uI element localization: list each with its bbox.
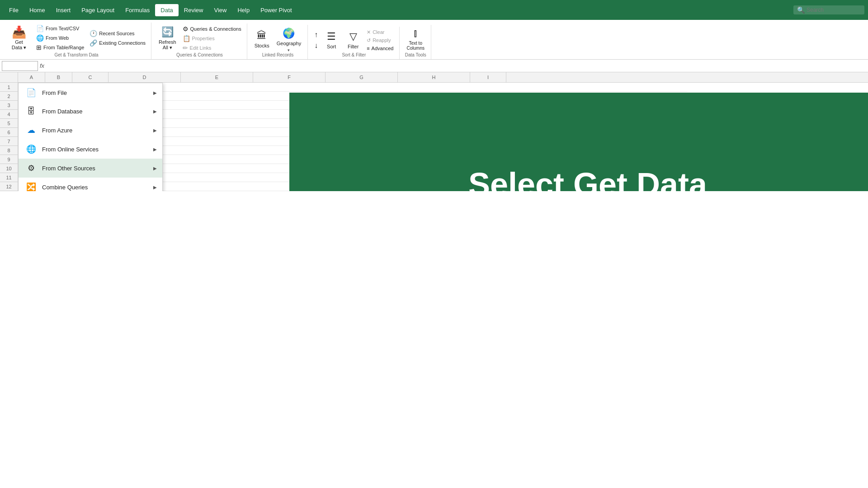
row-header-4[interactable]: 4 — [0, 110, 18, 119]
from-file-label: From File — [42, 89, 67, 96]
col-header-h[interactable]: H — [398, 72, 470, 82]
ribbon: 📥 Get Data ▾ 📄 From Text/CSV 🌐 From Web … — [0, 20, 868, 60]
from-azure-label: From Azure — [42, 127, 72, 134]
text-to-columns-icon: ⫿ — [413, 28, 418, 39]
text-csv-icon: 📄 — [36, 25, 44, 32]
properties-icon: 📋 — [183, 35, 190, 42]
queries-connections-button[interactable]: ⚙ Queries & Connections — [181, 24, 243, 33]
from-database-icon: 🗄 — [26, 107, 37, 116]
sort-za-icon: ↓ — [314, 42, 318, 50]
dropdown-from-other-sources[interactable]: ⚙ From Other Sources ▶ — [19, 159, 162, 178]
col-header-b[interactable]: B — [45, 72, 72, 82]
ribbon-group-linked: 🏛 Stocks 🌍 Geography ▾ Linked Records — [248, 25, 308, 59]
search-input[interactable] — [807, 7, 861, 13]
ribbon-group-data-tools: ⫿ Text toColumns Data Tools — [401, 25, 431, 59]
combine-queries-icon: 🔀 — [26, 182, 37, 191]
queries-label: Queries & Connections — [190, 26, 241, 32]
col-header-d[interactable]: D — [108, 72, 181, 82]
sort-button[interactable]: ☰ Sort — [321, 29, 341, 51]
ribbon-group-sort-filter: ↑ ↓ ☰ Sort ▽ Filter ✕ Clea — [309, 27, 399, 59]
edit-links-button[interactable]: ✏ Edit Links — [181, 43, 243, 52]
col-header-a[interactable]: A — [18, 72, 45, 82]
advanced-icon: ≡ — [367, 46, 369, 51]
from-text-csv-button[interactable]: 📄 From Text/CSV — [34, 24, 86, 33]
menu-data[interactable]: Data — [155, 4, 178, 16]
row-header-5[interactable]: 5 — [0, 119, 18, 128]
dropdown-from-azure[interactable]: ☁ From Azure ▶ — [19, 121, 162, 140]
dropdown-from-database[interactable]: 🗄 From Database ▶ — [19, 102, 162, 121]
reapply-icon: ↺ — [367, 38, 371, 43]
formula-bar: fx — [0, 60, 868, 72]
filter-label: Filter — [348, 44, 359, 49]
menu-view[interactable]: View — [208, 4, 232, 16]
from-online-services-label: From Online Services — [42, 146, 99, 153]
from-file-chevron: ▶ — [153, 90, 157, 95]
col-header-g[interactable]: G — [326, 72, 398, 82]
menu-formulas[interactable]: Formulas — [120, 4, 155, 16]
advanced-label: Advanced — [372, 46, 394, 51]
get-data-button[interactable]: 📥 Get Data ▾ — [5, 23, 33, 52]
queries-icon: ⚙ — [183, 25, 189, 33]
sort-az-button[interactable]: ↑ — [312, 30, 320, 40]
menu-insert[interactable]: Insert — [51, 4, 76, 16]
row-header-11[interactable]: 11 — [0, 173, 18, 182]
recent-label: Recent Sources — [99, 31, 134, 36]
menu-file[interactable]: File — [4, 4, 24, 16]
row-header-1[interactable]: 1 — [0, 83, 18, 92]
row-header-2[interactable]: 2 — [0, 92, 18, 101]
from-web-ribbon-button[interactable]: 🌐 From Web — [34, 33, 86, 42]
filter-button[interactable]: ▽ Filter — [343, 29, 363, 51]
menu-help[interactable]: Help — [232, 4, 255, 16]
menu-bar: File Home Insert Page Layout Formulas Da… — [0, 0, 868, 20]
combine-queries-label: Combine Queries — [42, 184, 88, 191]
row-header-3[interactable]: 3 — [0, 101, 18, 110]
dropdown-from-online-services[interactable]: 🌐 From Online Services ▶ — [19, 140, 162, 159]
reapply-button[interactable]: ↺ Reapply — [365, 37, 395, 44]
advanced-button[interactable]: ≡ Advanced — [365, 45, 395, 52]
queries-connections-label: Queries & Connections — [156, 52, 243, 58]
menu-power-pivot[interactable]: Power Pivot — [255, 4, 297, 16]
col-header-i[interactable]: I — [470, 72, 506, 82]
edit-links-label: Edit Links — [190, 45, 212, 51]
row-header-7[interactable]: 7 — [0, 137, 18, 146]
dropdown-from-file[interactable]: 📄 From File ▶ — [19, 83, 162, 102]
table-label: From Table/Range — [43, 45, 84, 50]
get-data-label: Get — [15, 39, 23, 45]
col-header-e[interactable]: E — [181, 72, 253, 82]
menu-review[interactable]: Review — [179, 4, 209, 16]
combine-queries-chevron: ▶ — [153, 185, 157, 190]
from-azure-chevron: ▶ — [153, 128, 157, 133]
col-header-f[interactable]: F — [253, 72, 326, 82]
row-header-9[interactable]: 9 — [0, 155, 18, 164]
dropdown-main: 📄 From File ▶ 🗄 From Database ▶ ☁ From A… — [18, 83, 163, 191]
recent-sources-button[interactable]: 🕐 Recent Sources — [88, 29, 147, 38]
connections-label: Existing Connections — [99, 40, 146, 46]
clear-button[interactable]: ✕ Clear — [365, 28, 395, 36]
ribbon-group-queries: 🔄 RefreshAll ▾ ⚙ Queries & Connections 📋… — [152, 23, 247, 59]
from-other-sources-label: From Other Sources — [42, 165, 95, 172]
row-header-6[interactable]: 6 — [0, 128, 18, 137]
name-box[interactable] — [2, 61, 38, 71]
menu-home[interactable]: Home — [24, 4, 51, 16]
row-header-12[interactable]: 12 — [0, 182, 18, 191]
sort-za-button[interactable]: ↓ — [312, 41, 320, 51]
menu-page-layout[interactable]: Page Layout — [76, 4, 120, 16]
properties-button[interactable]: 📋 Properties — [181, 34, 243, 43]
from-table-range-button[interactable]: ⊞ From Table/Range — [34, 43, 86, 52]
row-header-8[interactable]: 8 — [0, 146, 18, 155]
dropdown-combine-queries[interactable]: 🔀 Combine Queries ▶ — [19, 178, 162, 191]
refresh-all-button[interactable]: 🔄 RefreshAll ▾ — [156, 24, 179, 52]
geography-label: Geography — [277, 41, 301, 46]
from-file-icon: 📄 — [26, 88, 37, 98]
from-azure-icon: ☁ — [26, 125, 37, 135]
filter-icon: ▽ — [349, 31, 357, 42]
existing-connections-button[interactable]: 🔗 Existing Connections — [88, 38, 147, 47]
get-data-icon: 📥 — [12, 25, 26, 39]
text-to-columns-button[interactable]: ⫿ Text toColumns — [404, 26, 427, 52]
geography-button[interactable]: 🌍 Geography — [274, 26, 304, 48]
col-header-c[interactable]: C — [72, 72, 108, 82]
sort-icon: ☰ — [327, 31, 336, 42]
row-header-10[interactable]: 10 — [0, 164, 18, 173]
stocks-button[interactable]: 🏛 Stocks — [252, 28, 272, 50]
from-online-services-chevron: ▶ — [153, 147, 157, 152]
